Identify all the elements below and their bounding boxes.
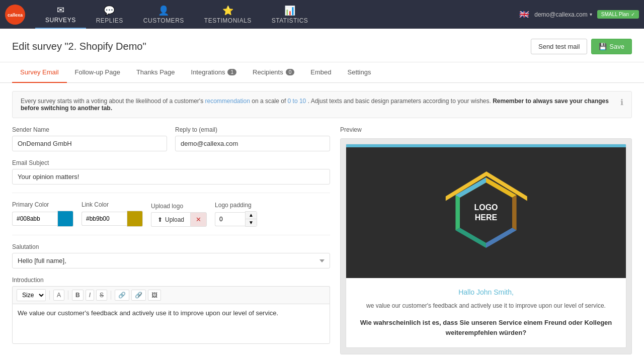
link-button[interactable]: 🔗: [115, 290, 129, 301]
statistics-icon: 📊: [284, 5, 296, 16]
nav-replies[interactable]: 💬 REPLIES: [86, 0, 133, 29]
primary-color-input[interactable]: [12, 212, 57, 226]
nav-testimonials-label: TESTIMONIALS: [204, 17, 252, 24]
intro-group: Introduction Size A B I S 🔗 🔗̸ 🖼: [12, 277, 330, 344]
nav-customers[interactable]: 👤 CUSTOMERS: [133, 0, 194, 29]
preview-label: Preview: [340, 126, 632, 133]
nav-surveys-label: SURVEYS: [45, 17, 76, 24]
info-banner-text: Every survey starts with a voting about …: [21, 98, 615, 112]
upload-logo-group: Upload logo ⬆ Upload ✕: [151, 203, 207, 227]
scale-link[interactable]: 0 to 10: [288, 98, 306, 105]
spinner-buttons: ▲ ▼: [245, 211, 257, 227]
header-actions: Send test mail 💾 Save: [531, 39, 632, 54]
chevron-down-icon: ▾: [590, 12, 592, 17]
preview-area: Preview: [340, 126, 632, 354]
email-logo-area: LOGO HERE: [346, 147, 626, 278]
testimonials-icon: ⭐: [222, 5, 234, 16]
tab-integrations[interactable]: Integrations 1: [183, 62, 245, 83]
link-color-wrap: [82, 211, 143, 227]
upload-logo-label: Upload logo: [151, 203, 207, 210]
spinner-down-button[interactable]: ▼: [246, 219, 257, 226]
email-question: Wie wahrscheinlich ist es, dass Sie unse…: [356, 318, 616, 337]
form-area: Sender Name Reply to (email) Email Subje…: [0, 126, 644, 354]
reply-to-group: Reply to (email): [175, 126, 330, 151]
svg-marker-5: [486, 228, 517, 248]
nav-customers-label: CUSTOMERS: [143, 17, 184, 24]
svg-marker-9: [473, 198, 499, 228]
info-icon: ℹ: [620, 98, 623, 107]
primary-color-swatch[interactable]: [57, 211, 73, 227]
sender-name-group: Sender Name: [12, 126, 167, 151]
link-color-swatch[interactable]: [127, 211, 143, 227]
info-banner: Every survey starts with a voting about …: [12, 91, 632, 118]
tab-survey-email[interactable]: Survey Email: [12, 62, 67, 83]
italic-button[interactable]: I: [86, 290, 94, 301]
spinner-up-button[interactable]: ▲: [246, 212, 257, 219]
salutation-group: Salutation Hello [full name],: [12, 243, 330, 268]
delete-icon: ✕: [196, 216, 201, 223]
reply-to-input[interactable]: [175, 136, 330, 151]
colors-row: Primary Color Link Color Uploa: [12, 201, 330, 227]
form-left: Sender Name Reply to (email) Email Subje…: [12, 126, 330, 354]
upload-button[interactable]: ⬆ Upload: [151, 212, 190, 227]
nav-statistics[interactable]: 📊 STATISTICS: [262, 0, 318, 29]
tab-thanks-page[interactable]: Thanks Page: [128, 62, 183, 83]
sender-name-input[interactable]: [12, 136, 167, 151]
strikethrough-button[interactable]: S: [96, 290, 107, 301]
logo[interactable]: callexa: [5, 5, 25, 25]
link-color-label: Link Color: [82, 201, 143, 208]
divider-1: [12, 193, 330, 193]
recommendation-link[interactable]: recommendation: [205, 98, 250, 105]
email-preview: LOGO HERE Hallo John Smith, we value our…: [346, 144, 626, 348]
primary-color-group: Primary Color: [12, 201, 73, 227]
image-button[interactable]: 🖼: [148, 290, 161, 301]
email-body-text: we value our customer's feedback and act…: [356, 301, 616, 310]
sender-reply-row: Sender Name Reply to (email): [12, 126, 330, 151]
logo-text-line1: LOGO: [474, 203, 498, 212]
plan-badge[interactable]: SMALL Plan ✓: [597, 10, 639, 19]
salutation-select[interactable]: Hello [full name],: [12, 253, 330, 268]
nav-statistics-label: STATISTICS: [272, 17, 308, 24]
customers-icon: 👤: [158, 5, 170, 16]
logo-padding-input[interactable]: [215, 212, 245, 226]
nav-replies-label: REPLIES: [96, 17, 123, 24]
save-icon: 💾: [599, 43, 607, 50]
nav-surveys[interactable]: ✉ SURVEYS: [35, 0, 86, 29]
tab-recipients[interactable]: Recipients 0: [245, 62, 302, 83]
surveys-icon: ✉: [57, 5, 65, 16]
user-email[interactable]: demo@callexa.com ▾: [534, 11, 592, 18]
save-button[interactable]: 💾 Save: [591, 39, 632, 54]
page-header: Edit survey "2. Shopify Demo" Send test …: [0, 29, 644, 62]
page-title: Edit survey "2. Shopify Demo": [12, 41, 146, 52]
tab-settings[interactable]: Settings: [339, 62, 379, 83]
logo-padding-group: Logo padding ▲ ▼: [215, 202, 257, 227]
tab-embed[interactable]: Embed: [302, 62, 339, 83]
delete-logo-button[interactable]: ✕: [190, 212, 207, 227]
link-color-input[interactable]: [82, 212, 127, 226]
font-color-button[interactable]: A: [53, 290, 64, 301]
preview-box: LOGO HERE Hallo John Smith, we value our…: [340, 138, 632, 354]
primary-color-label: Primary Color: [12, 201, 73, 208]
tab-followup-page[interactable]: Follow-up Page: [67, 62, 128, 83]
send-test-mail-button[interactable]: Send test mail: [531, 39, 587, 54]
email-subject-input[interactable]: [12, 169, 330, 185]
nav-testimonials[interactable]: ⭐ TESTIMONIALS: [194, 0, 262, 29]
replies-icon: 💬: [104, 5, 115, 16]
email-body-preview: Hallo John Smith, we value our customer'…: [346, 278, 626, 347]
salutation-label: Salutation: [12, 243, 330, 250]
logo-padding-label: Logo padding: [215, 202, 257, 209]
intro-editor[interactable]: We value our customer's feedback and act…: [12, 304, 330, 344]
top-navigation: callexa ✉ SURVEYS 💬 REPLIES 👤 CUSTOMERS …: [0, 0, 644, 29]
logo-icon: callexa: [5, 5, 25, 25]
bold-button[interactable]: B: [72, 290, 84, 301]
logo-text-line2: HERE: [475, 213, 498, 222]
upload-icon: ⬆: [157, 216, 163, 223]
intro-label: Introduction: [12, 277, 330, 284]
logo-hexagon-svg: LOGO HERE: [436, 162, 536, 263]
size-select[interactable]: Size: [17, 289, 46, 301]
sender-name-label: Sender Name: [12, 126, 167, 133]
nav-items: ✉ SURVEYS 💬 REPLIES 👤 CUSTOMERS ⭐ TESTIM…: [35, 0, 519, 29]
email-subject-label: Email Subject: [12, 159, 330, 166]
svg-text:callexa: callexa: [8, 13, 23, 18]
unlink-button[interactable]: 🔗̸: [131, 290, 146, 301]
